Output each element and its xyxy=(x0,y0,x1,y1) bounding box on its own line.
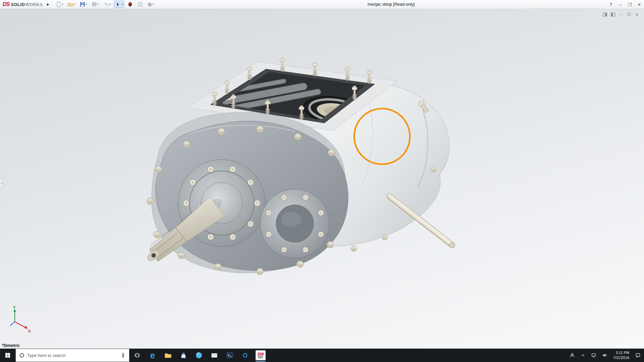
select-arrow-icon xyxy=(115,2,121,7)
volume-button[interactable] xyxy=(600,349,609,362)
terminal-icon xyxy=(226,352,233,359)
chevron-up-icon xyxy=(581,353,585,358)
clock-date: 7/11/2018 xyxy=(613,355,629,360)
edge-icon: e xyxy=(150,351,155,360)
action-center-button[interactable] xyxy=(633,349,643,362)
document-title: menjac sklop [Read-only] xyxy=(368,2,415,7)
store-button[interactable] xyxy=(176,349,191,362)
new-document-button[interactable]: ▾ xyxy=(55,1,65,8)
select-tool-button[interactable]: ▾ xyxy=(114,1,124,8)
round-app-icon xyxy=(195,352,203,359)
window-controls: ? – ❐ ✕ xyxy=(606,0,644,9)
sw-icon-year: 2017 xyxy=(258,356,263,359)
start-button[interactable] xyxy=(0,349,15,362)
display-pane-icon[interactable] xyxy=(602,12,608,17)
taskbar-clock[interactable]: 3:11 PM 7/11/2018 xyxy=(610,350,632,360)
logo-text-solid: SOLID xyxy=(11,2,25,7)
dropdown-icon[interactable]: ▾ xyxy=(121,3,123,6)
system-tray: 3:11 PM 7/11/2018 xyxy=(568,349,644,362)
quick-toolbar: ▾ ▾ ▾ ▾ ▾ xyxy=(53,1,155,8)
microphone-icon[interactable] xyxy=(120,353,126,358)
tray-expand-button[interactable] xyxy=(578,349,588,362)
help-button[interactable]: ? xyxy=(606,2,616,7)
new-document-icon xyxy=(56,2,61,7)
file-explorer-button[interactable] xyxy=(160,349,176,362)
gear-icon: ⚙ xyxy=(148,2,152,7)
dropdown-icon[interactable]: ▾ xyxy=(98,3,99,6)
doc-close-button[interactable]: ✕ xyxy=(634,12,640,17)
orientation-triad: Y X xyxy=(5,306,33,334)
appearance-icon xyxy=(127,2,133,7)
logo-text-works: WORKS xyxy=(25,2,43,7)
triad-y-label: Y xyxy=(13,306,16,309)
properties-sheet-button[interactable] xyxy=(136,1,144,8)
search-input[interactable] xyxy=(27,353,118,358)
solidworks-taskbar-button[interactable]: SW 2017 xyxy=(253,349,268,362)
action-center-icon xyxy=(635,353,641,358)
doc-minimize-button[interactable]: – xyxy=(618,12,624,17)
speaker-icon xyxy=(602,353,607,358)
network-button[interactable] xyxy=(589,349,598,362)
sheet-icon xyxy=(138,2,143,7)
round-app-button[interactable] xyxy=(191,349,207,362)
dropdown-icon[interactable]: ▾ xyxy=(86,3,87,6)
print-icon xyxy=(92,2,97,7)
solidworks-app-icon: SW 2017 xyxy=(256,350,266,360)
people-button[interactable] xyxy=(568,349,577,362)
dropdown-icon[interactable]: ▾ xyxy=(153,3,154,6)
network-icon xyxy=(591,353,596,358)
windows-logo-icon xyxy=(5,353,10,358)
view-orientation-label: *Dimetric xyxy=(2,343,20,348)
print-button[interactable]: ▾ xyxy=(90,1,100,8)
gearbox-model[interactable] xyxy=(0,9,644,349)
people-icon xyxy=(570,353,575,358)
edge-button[interactable]: e xyxy=(145,349,160,362)
doc-restore-button[interactable]: ❐ xyxy=(626,12,632,17)
solidworks-logo: DS SOLID WORKS xyxy=(0,1,46,7)
open-button[interactable]: ▾ xyxy=(66,1,76,8)
mail-button[interactable] xyxy=(207,349,222,362)
maximize-button[interactable]: ❐ xyxy=(625,0,635,9)
save-button[interactable]: ▾ xyxy=(78,1,89,8)
dassault-logo-icon: DS xyxy=(3,1,9,7)
undo-icon xyxy=(104,2,109,7)
store-bag-icon xyxy=(180,352,187,359)
dropdown-icon[interactable]: ▾ xyxy=(110,3,111,6)
minimize-button[interactable]: – xyxy=(616,0,625,9)
task-view-button[interactable] xyxy=(129,349,145,362)
taskbar-search-box[interactable] xyxy=(15,349,129,362)
dropdown-icon[interactable]: ▾ xyxy=(62,3,63,6)
file-explorer-icon xyxy=(164,352,172,358)
panel-flyout-handle[interactable]: ◂ xyxy=(0,178,3,188)
clock-time: 3:11 PM xyxy=(613,350,629,355)
flyout-arrow-icon: ◂ xyxy=(1,182,2,184)
dropdown-icon[interactable]: ▾ xyxy=(74,3,75,6)
media-app-button[interactable] xyxy=(237,349,253,362)
document-window-controls: – ❐ ✕ xyxy=(602,12,640,17)
media-app-icon xyxy=(241,352,249,359)
windows-taskbar: e xyxy=(0,349,644,362)
appearance-button[interactable] xyxy=(126,1,134,8)
triad-x-label: X xyxy=(28,329,31,333)
options-button[interactable]: ⚙ ▾ xyxy=(146,1,155,8)
open-folder-icon xyxy=(68,2,73,7)
close-button[interactable]: ✕ xyxy=(635,0,644,9)
sw-icon-text: SW xyxy=(257,352,264,356)
display-pane-alt-icon[interactable] xyxy=(610,12,616,17)
task-view-icon xyxy=(134,353,140,358)
mail-icon xyxy=(211,352,218,358)
search-icon xyxy=(19,353,24,358)
graphics-area[interactable]: – ❐ ✕ ◂ xyxy=(0,9,644,349)
save-icon xyxy=(80,2,85,7)
app-titlebar: DS SOLID WORKS ▶ ▾ ▾ ▾ xyxy=(0,0,644,9)
terminal-button[interactable] xyxy=(222,349,237,362)
output-flange[interactable] xyxy=(260,189,329,258)
undo-button[interactable]: ▾ xyxy=(102,1,112,8)
menu-expand-icon[interactable]: ▶ xyxy=(46,3,53,6)
